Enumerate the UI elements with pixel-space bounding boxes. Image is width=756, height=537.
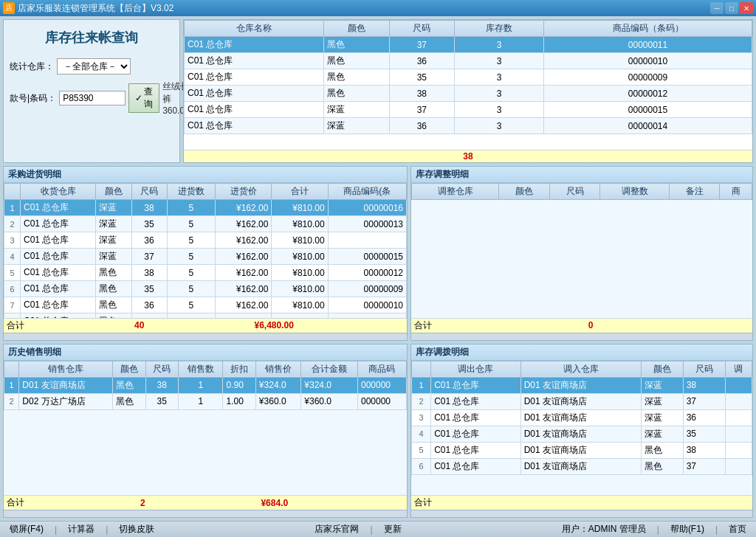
history-cell: ¥360.0 [255,393,300,409]
ah-qty: 调整数 [600,184,669,200]
purchase-cell: C01 总仓库 [21,297,96,313]
code-label: 款号|条码： [10,92,56,105]
history-qty-sum: 2 [140,498,145,508]
row-number: 1 [4,377,19,393]
help-button[interactable]: 帮助(F1) [665,522,709,537]
transfer-cell: 36 [683,409,725,426]
maximize-button[interactable]: □ [725,2,738,14]
top-right-table-container[interactable]: 仓库名称 颜色 尺码 库存数 商品编码（条码） C01 总仓库黑色3730000… [184,20,752,150]
warehouse-select[interactable]: －全部仓库－ [57,58,131,75]
adjust-qty-sum: 0 [588,320,594,330]
close-button[interactable]: ✕ [740,2,753,14]
purchase-cell: 深蓝 [96,249,131,265]
purchase-cell: ¥810.00 [272,232,328,249]
transfer-cell [725,458,752,474]
window-title: 店家乐服装连锁管理系统【后台】V3.02 [18,2,173,15]
purchase-cell: ¥810.00 [272,265,328,281]
top-right-cell: 黑色 [323,69,389,86]
transfer-cell: 深蓝 [641,377,683,393]
history-cell: 1 [178,377,223,393]
transfer-cell: 38 [683,442,725,458]
purchase-cell: 00000016 [328,200,406,216]
ph-total: 合计 [272,184,328,200]
adjust-sum-label: 合计 [414,319,432,332]
history-cell: ¥324.0 [301,377,358,393]
transfer-table: 调出仓库 调入仓库 颜色 尺码 调 1C01 总仓库D01 友谊商场店深蓝382… [411,361,752,475]
history-table-container[interactable]: 销售仓库 颜色 尺码 销售数 折扣 销售价 合计金额 商品码 1D01 [4,361,407,496]
purchase-qty-sum: 40 [134,320,144,330]
transfer-table-container[interactable]: 调出仓库 调入仓库 颜色 尺码 调 1C01 总仓库D01 友谊商场店深蓝382… [411,361,752,496]
top-right-cell: 黑色 [323,53,389,69]
lockscreen-button[interactable]: 锁屏(F4) [4,522,49,537]
warehouse-label: 统计仓库： [10,60,54,73]
transfer-cell [725,426,752,442]
purchase-cell: 黑色 [96,265,131,281]
home-button[interactable]: 首页 [724,522,752,537]
history-scrollbar[interactable] [4,510,407,517]
purchase-scrollbar[interactable] [4,333,407,340]
top-right-cell: C01 总仓库 [185,69,324,86]
top-right-cell: 3 [455,118,544,134]
history-footer: 合计 2 ¥684.0 [4,495,407,510]
top-right-footer: 38 [184,150,752,162]
window-controls[interactable]: ─ □ ✕ [710,2,753,14]
top-right-cell: 3 [455,86,544,102]
transfer-cell: C01 总仓库 [431,442,521,458]
adjust-table-container[interactable]: 调整仓库 颜色 尺码 调整数 备注 商 [411,183,752,318]
purchase-cell: ¥162.00 [216,265,272,281]
transfer-cell: D01 友谊商场店 [520,393,641,409]
adjust-scrollbar[interactable] [411,333,752,340]
adjust-header: 库存调整明细 [411,167,752,183]
purchase-cell: ¥162.00 [216,200,272,216]
ph-warehouse: 收货仓库 [21,184,96,200]
col-stock: 库存数 [455,21,544,37]
purchase-cell: 黑色 [96,297,131,313]
purchase-cell: ¥162.00 [216,232,272,249]
purchase-sum-label: 合计 [7,319,24,332]
skin-button[interactable]: 切换皮肤 [114,522,159,537]
row-number: 2 [412,393,431,409]
ah-warehouse: 调整仓库 [412,184,499,200]
purchase-cell: 36 [131,232,167,249]
purchase-cell: 00000013 [328,216,406,232]
transfer-cell: 38 [683,377,725,393]
transfer-cell: 黑色 [641,442,683,458]
search-button[interactable]: ✓ 查询 [128,83,159,113]
purchase-cell: ¥810.00 [272,281,328,297]
code-input[interactable] [59,91,126,105]
website-link[interactable]: 店家乐官网 [309,522,364,537]
top-right-cell: 37 [389,37,455,53]
row-number: 3 [4,232,21,249]
purchase-cell: ¥810.00 [272,200,328,216]
row-number: 3 [412,409,431,426]
purchase-cell: 5 [167,232,216,249]
history-cell: 1 [178,393,223,409]
row-number: 7 [4,297,21,313]
update-button[interactable]: 更新 [379,522,407,537]
user-info: 用户：ADMIN 管理员 [557,522,651,537]
purchase-table-container[interactable]: 收货仓库 颜色 尺码 进货数 进货价 合计 商品编码(条 1C01 总仓库深蓝3… [4,183,407,318]
purchase-cell: ¥162.00 [216,281,272,297]
top-right-cell: 3 [455,102,544,118]
history-cell: D01 友谊商场店 [19,377,113,393]
adjust-footer: 合计 0 [411,318,752,333]
transfer-cell [725,409,752,426]
transfer-footer: 合计 [411,495,752,510]
hh-price: 销售价 [255,361,300,377]
transfer-cell: 黑色 [641,458,683,474]
history-cell: 35 [145,393,178,409]
calculator-button[interactable]: 计算器 [63,522,100,537]
transfer-cell: D01 友谊商场店 [520,426,641,442]
minimize-button[interactable]: ─ [710,2,724,14]
th-from: 调出仓库 [431,361,521,377]
hh-total: 合计金额 [301,361,358,377]
th-qty: 调 [725,361,752,377]
transfer-scrollbar[interactable] [411,510,752,517]
warehouse-row: 统计仓库： －全部仓库－ [10,58,173,75]
ph-qty: 进货数 [167,184,216,200]
purchase-cell: C01 总仓库 [21,281,96,297]
purchase-cell: C01 总仓库 [21,232,96,249]
purchase-footer: 合计 40 ¥6,480.00 [4,318,407,333]
purchase-table: 收货仓库 颜色 尺码 进货数 进货价 合计 商品编码(条 1C01 总仓库深蓝3… [4,183,407,318]
purchase-cell: 5 [167,297,216,313]
